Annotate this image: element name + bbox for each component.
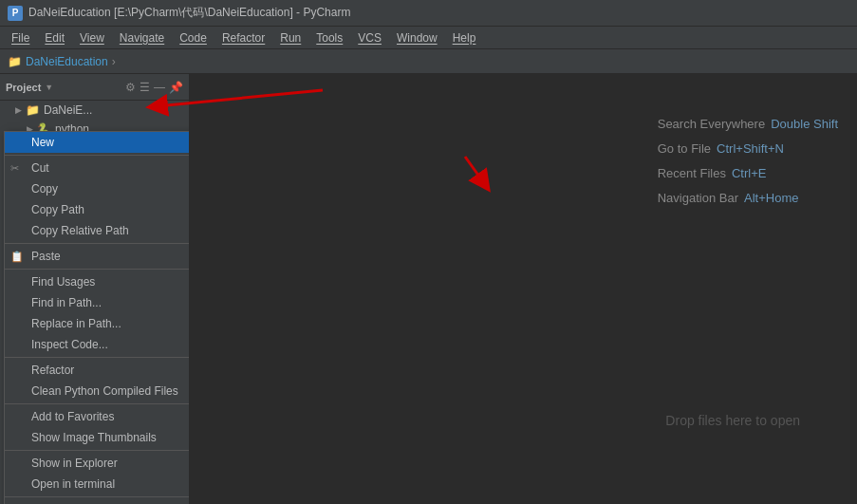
recent-files-key: Ctrl+E: [732, 161, 766, 186]
nav-bar-label: Navigation Bar: [658, 186, 738, 211]
menu-refactor[interactable]: Refactor: [214, 29, 272, 47]
ctx-show-explorer[interactable]: Show in Explorer: [5, 453, 190, 474]
folder-icon: 📁: [8, 55, 22, 68]
layout-icon[interactable]: ☰: [140, 81, 150, 94]
nav-bar-key: Alt+Home: [744, 186, 798, 211]
ctx-thumb-label: Show Image Thumbnails: [31, 431, 157, 444]
main-area: Project ▼ ⚙ ☰ — 📌 ▶ 📁 DaNeiE... ▶ 🐍 pyth…: [0, 74, 857, 504]
ctx-local-history[interactable]: Local History: [5, 499, 190, 504]
panel-dropdown-icon[interactable]: ▼: [45, 83, 53, 92]
hint-search: Search Everywhere Double Shift: [658, 112, 838, 137]
ctx-cut[interactable]: ✂ Cut Ctrl+X: [5, 158, 190, 178]
ctx-find-usages-label: Find Usages: [31, 275, 95, 289]
drop-hint: Drop files here to open: [665, 413, 800, 428]
breadcrumb: 📁 DaNeiEducation ›: [0, 49, 857, 74]
title-bar: P DaNeiEducation [E:\PyCharm\代码\DaNeiEdu…: [0, 0, 857, 27]
ctx-paste[interactable]: 📋 Paste Ctrl+V: [5, 246, 190, 267]
search-everywhere-label: Search Everywhere: [658, 112, 765, 137]
menu-window[interactable]: Window: [389, 29, 445, 47]
hint-goto: Go to File Ctrl+Shift+N: [658, 137, 838, 161]
ctx-show-thumbnails[interactable]: Show Image Thumbnails Ctrl+Shift+T: [5, 427, 190, 448]
search-hints: Search Everywhere Double Shift Go to Fil…: [658, 112, 838, 211]
ctx-new[interactable]: New 📄 File 📝 New Scratch File Ctrl+Alt+S…: [5, 132, 190, 153]
menu-code[interactable]: Code: [172, 29, 214, 47]
app-icon: P: [8, 6, 23, 21]
drop-hint-text: Drop files here to open: [665, 413, 800, 428]
ctx-fav-label: Add to Favorites: [31, 410, 114, 423]
hint-navbar: Navigation Bar Alt+Home: [658, 186, 838, 211]
ctx-clean-label: Clean Python Compiled Files: [31, 384, 178, 398]
ctx-new-label: New: [31, 136, 54, 149]
menu-run[interactable]: Run: [272, 29, 308, 47]
ctx-replace-path-label: Replace in Path...: [31, 317, 121, 330]
tree-arrow: ▶: [15, 105, 22, 115]
menu-vcs[interactable]: VCS: [350, 29, 389, 47]
ctx-terminal-label: Open in terminal: [31, 477, 115, 491]
ctx-cut-label: Cut: [31, 161, 49, 175]
ctx-clean-python[interactable]: Clean Python Compiled Files: [5, 381, 190, 401]
pin-icon[interactable]: 📌: [169, 81, 183, 94]
menu-tools[interactable]: Tools: [308, 29, 350, 47]
ctx-paste-label: Paste: [31, 250, 61, 263]
context-menu: New 📄 File 📝 New Scratch File Ctrl+Alt+S…: [4, 131, 190, 504]
goto-file-key: Ctrl+Shift+N: [717, 137, 784, 161]
separator-3: [5, 269, 190, 270]
ctx-inspect-label: Inspect Code...: [31, 338, 108, 351]
ctx-copy-relative[interactable]: Copy Relative Path Ctrl+Alt+Shift+C: [5, 220, 190, 241]
panel-title: Project: [6, 82, 41, 93]
menu-bar: File Edit View Navigate Code Refactor Ru…: [0, 27, 857, 49]
recent-files-label: Recent Files: [658, 161, 726, 186]
breadcrumb-text[interactable]: DaNeiEducation: [26, 55, 108, 68]
editor-area: Search Everywhere Double Shift Go to Fil…: [190, 74, 857, 504]
separator-7: [5, 496, 190, 497]
project-panel: Project ▼ ⚙ ☰ — 📌 ▶ 📁 DaNeiE... ▶ 🐍 pyth…: [0, 74, 190, 504]
breadcrumb-arrow: ›: [112, 55, 116, 68]
separator-5: [5, 403, 190, 404]
tree-item-danei[interactable]: ▶ 📁 DaNeiE...: [0, 101, 189, 120]
ctx-find-path-label: Find in Path...: [31, 296, 102, 309]
ctx-find-usages[interactable]: Find Usages Alt+F7: [5, 271, 190, 292]
gear-icon[interactable]: ⚙: [125, 81, 136, 94]
panel-icons: ⚙ ☰ — 📌: [125, 81, 183, 94]
separator-1: [5, 155, 190, 156]
menu-help[interactable]: Help: [445, 29, 484, 47]
goto-file-label: Go to File: [658, 137, 711, 161]
ctx-copy[interactable]: Copy Ctrl+C: [5, 178, 190, 199]
ctx-copy-path[interactable]: Copy Path Ctrl+Shift+C: [5, 199, 190, 220]
ctx-refactor[interactable]: Refactor: [5, 360, 190, 381]
hint-recent: Recent Files Ctrl+E: [658, 161, 838, 186]
collapse-icon[interactable]: —: [154, 81, 165, 94]
search-everywhere-key: Double Shift: [771, 112, 838, 137]
ctx-add-favorites[interactable]: Add to Favorites: [5, 406, 190, 427]
menu-view[interactable]: View: [72, 29, 112, 47]
tree-label: DaNeiE...: [44, 103, 92, 117]
paste-icon: 📋: [10, 251, 24, 263]
panel-header: Project ▼ ⚙ ☰ — 📌: [0, 74, 189, 101]
ctx-refactor-label: Refactor: [31, 364, 74, 377]
folder-icon: 📁: [26, 103, 40, 117]
menu-navigate[interactable]: Navigate: [112, 29, 172, 47]
ctx-open-terminal[interactable]: Open in terminal: [5, 474, 190, 495]
separator-6: [5, 450, 190, 451]
separator-4: [5, 357, 190, 358]
separator-2: [5, 243, 190, 244]
title-text: DaNeiEducation [E:\PyCharm\代码\DaNeiEduca…: [28, 5, 350, 21]
ctx-copy-path-label: Copy Path: [31, 203, 84, 216]
menu-file[interactable]: File: [4, 29, 37, 47]
ctx-copy-rel-label: Copy Relative Path: [31, 224, 129, 237]
menu-edit[interactable]: Edit: [37, 29, 72, 47]
ctx-inspect-code[interactable]: Inspect Code...: [5, 334, 190, 355]
cut-icon: ✂: [10, 162, 19, 175]
ctx-explorer-label: Show in Explorer: [31, 457, 118, 470]
ctx-find-path[interactable]: Find in Path... Ctrl+Shift+F: [5, 292, 190, 313]
ctx-replace-path[interactable]: Replace in Path... Ctrl+Shift+R: [5, 313, 190, 334]
ctx-copy-label: Copy: [31, 182, 58, 196]
